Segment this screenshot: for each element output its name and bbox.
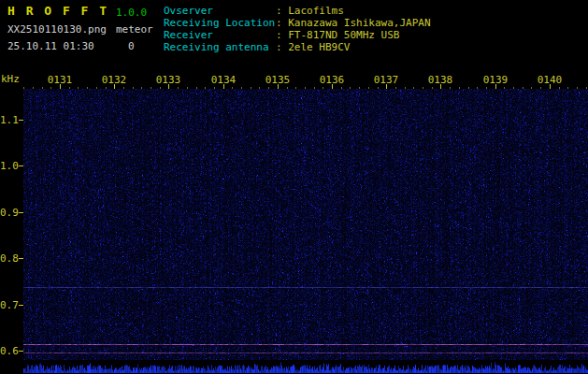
- x-axis-minor-tick: [69, 87, 70, 89]
- signal-level-strip-canvas: [23, 361, 588, 373]
- x-axis-minor-tick: [413, 87, 414, 89]
- info-value-observer: : Lacofilms: [276, 5, 344, 17]
- y-axis-tick-label: 0.7: [0, 299, 18, 311]
- x-axis-minor-tick: [523, 87, 523, 89]
- x-axis-minor-tick: [133, 87, 134, 89]
- x-axis-minor-tick: [513, 87, 514, 89]
- hrofft-window: H R O F F T 1.0.0 XX2510110130.png meteo…: [0, 0, 588, 374]
- x-axis-minor-tick: [23, 87, 24, 89]
- x-axis-minor-tick: [567, 87, 568, 89]
- info-label-observer: Ovserver: [164, 6, 276, 17]
- x-axis-minor-tick: [123, 87, 124, 89]
- x-axis-minor-tick: [287, 87, 288, 89]
- x-axis-minor-tick: [87, 87, 88, 89]
- x-axis-minor-tick: [504, 87, 505, 89]
- y-axis-tick: [19, 165, 23, 166]
- x-axis-minor-tick: [432, 87, 433, 89]
- x-axis-minor-tick: [450, 87, 451, 89]
- y-axis-tick: [19, 120, 23, 121]
- x-axis-minor-tick: [106, 87, 107, 89]
- x-axis-minor-tick: [540, 87, 541, 89]
- x-axis-minor-tick: [395, 87, 396, 89]
- x-axis-minor-tick: [96, 87, 97, 89]
- x-axis-minor-tick: [477, 87, 478, 89]
- x-axis-minor-tick: [341, 87, 342, 89]
- x-axis-minor-tick: [50, 87, 51, 89]
- x-axis-minor-tick: [268, 87, 269, 89]
- x-axis-minor-tick: [359, 87, 360, 89]
- x-axis-tick: [223, 84, 224, 89]
- info-label-receiver: Receiver: [164, 30, 276, 41]
- y-axis-tick-label: 0.6: [0, 345, 18, 357]
- x-axis-tick: [440, 84, 441, 89]
- x-axis-tick: [386, 84, 387, 89]
- app-title: H R O F F T: [7, 6, 108, 17]
- x-axis-minor-tick: [251, 87, 251, 89]
- x-axis-minor-tick: [151, 87, 151, 89]
- x-axis-minor-tick: [196, 87, 197, 89]
- y-axis-tick: [19, 305, 23, 306]
- info-value-antenna: : 2ele HB9CV: [276, 41, 350, 53]
- x-axis-tick: [495, 84, 496, 89]
- x-axis-minor-tick: [187, 87, 188, 89]
- x-axis-minor-tick: [178, 87, 179, 89]
- info-value-location: : Kanazawa Ishikawa,JAPAN: [276, 17, 431, 29]
- output-filename: XX2510110130.png: [7, 24, 107, 36]
- y-axis-tick-label: 0.9: [0, 207, 18, 219]
- spectrogram-canvas: [23, 89, 588, 360]
- y-axis-tick: [19, 212, 23, 213]
- x-axis-minor-tick: [42, 87, 43, 89]
- x-axis-tick: [168, 84, 169, 89]
- y-axis-tick-label: 1.0: [0, 160, 18, 172]
- x-axis-minor-tick: [459, 87, 460, 89]
- x-axis-minor-tick: [405, 87, 406, 89]
- x-axis-minor-tick: [160, 87, 161, 89]
- info-row-receiver: Receiver: FT-817ND 50MHz USB: [164, 30, 399, 41]
- info-row-location: Receiving Location: Kanazawa Ishikawa,JA…: [164, 18, 431, 29]
- x-axis-minor-tick: [205, 87, 206, 89]
- x-axis-minor-tick: [295, 87, 296, 89]
- info-label-antenna: Receiving antenna: [164, 42, 276, 53]
- x-axis-minor-tick: [141, 87, 142, 89]
- x-axis-minor-tick: [259, 87, 260, 89]
- app-version: 1.0.0: [116, 7, 147, 19]
- x-axis-minor-tick: [350, 87, 351, 89]
- y-axis-tick: [19, 351, 23, 352]
- x-axis-tick: [60, 84, 61, 89]
- x-axis-minor-tick: [305, 87, 306, 89]
- info-row-antenna: Receiving antenna: 2ele HB9CV: [164, 42, 350, 53]
- info-value-receiver: : FT-817ND 50MHz USB: [276, 29, 399, 41]
- x-axis-minor-tick: [323, 87, 323, 89]
- observation-mode: meteor: [116, 24, 153, 36]
- x-axis-minor-tick: [232, 87, 233, 89]
- x-axis-tick: [278, 84, 279, 89]
- x-axis-minor-tick: [368, 87, 369, 89]
- x-axis-tick: [550, 84, 551, 89]
- info-label-location: Receiving Location: [164, 18, 276, 29]
- y-axis-tick-label: 0.8: [0, 252, 18, 265]
- x-axis-minor-tick: [241, 87, 242, 89]
- x-axis-tick: [332, 84, 333, 89]
- x-axis-minor-tick: [559, 87, 560, 89]
- x-axis-minor-tick: [378, 87, 379, 89]
- observation-datetime: 25.10.11 01:30: [7, 41, 94, 52]
- x-axis-minor-tick: [33, 87, 34, 89]
- x-axis-minor-tick: [214, 87, 215, 89]
- x-axis-minor-tick: [78, 87, 79, 89]
- y-axis-tick-label: 1.1: [0, 114, 18, 126]
- x-axis-minor-tick: [468, 87, 469, 89]
- x-axis-minor-tick: [531, 87, 532, 89]
- x-axis-minor-tick: [423, 87, 423, 89]
- x-axis-minor-tick: [314, 87, 315, 89]
- x-axis-minor-tick: [586, 87, 587, 89]
- info-row-observer: Ovserver: Lacofilms: [164, 6, 344, 17]
- y-axis-tick: [19, 258, 23, 259]
- echo-count: 0: [128, 41, 135, 52]
- y-axis-unit: kHz: [1, 73, 20, 85]
- x-axis-minor-tick: [486, 87, 487, 89]
- x-axis-minor-tick: [577, 87, 578, 89]
- x-axis-tick: [114, 84, 115, 89]
